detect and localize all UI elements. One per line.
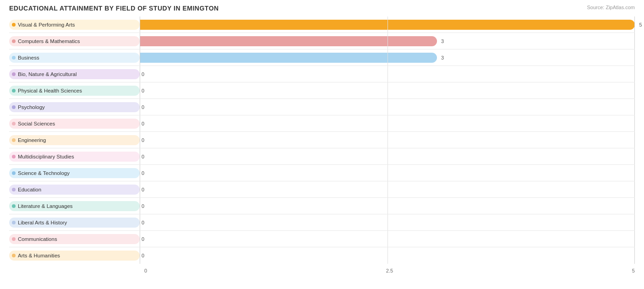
grid-line (140, 132, 140, 148)
bar-value: 0 (142, 104, 144, 110)
label-pill: Communications (9, 234, 140, 244)
grid-line (387, 214, 388, 230)
bar-value: 0 (142, 170, 144, 176)
grid-line (634, 198, 635, 214)
bar-label: Liberal Arts & History (18, 220, 67, 225)
source-text: Source: ZipAtlas.com (587, 5, 635, 10)
chart-row: Communications0 (9, 231, 635, 247)
bar-value: 3 (439, 55, 444, 60)
pill-dot (12, 39, 16, 43)
grid-line (140, 148, 140, 164)
chart-container: Visual & Performing Arts5Computers & Mat… (9, 16, 635, 273)
bar-wrapper: 3 (140, 49, 635, 65)
label-pill: Business (9, 53, 140, 63)
bar-label: Bio, Nature & Agricultural (18, 71, 76, 77)
bar-label: Psychology (18, 104, 45, 110)
bar-label: Computers & Mathematics (18, 38, 80, 44)
bar-label: Social Sciences (18, 121, 55, 126)
pill-dot (12, 237, 16, 241)
grid-line (140, 214, 140, 230)
label-pill: Multidisciplinary Studies (9, 152, 140, 162)
chart-title: EDUCATIONAL ATTAINMENT BY FIELD OF STUDY… (9, 5, 219, 12)
label-pill: Computers & Mathematics (9, 36, 140, 46)
label-pill: Visual & Performing Arts (9, 20, 140, 30)
grid-line (634, 214, 635, 230)
grid-line (140, 33, 140, 49)
label-pill: Liberal Arts & History (9, 218, 140, 228)
grid-line (387, 115, 388, 131)
grid-line (387, 165, 388, 181)
grid-line (634, 132, 635, 148)
grid-line (387, 82, 388, 98)
grid-line (140, 16, 140, 33)
grid-line (140, 198, 140, 214)
label-pill: Social Sciences (9, 119, 140, 129)
bar-label: Physical & Health Sciences (18, 88, 82, 93)
pill-dot (12, 155, 16, 158)
grid-line (387, 33, 388, 49)
x-axis: 02.55 (9, 266, 635, 273)
bar-label: Science & Technology (18, 170, 70, 176)
grid-line (387, 247, 388, 264)
bar-wrapper: 5 (140, 16, 635, 33)
chart-row: Computers & Mathematics3 (9, 33, 635, 49)
grid-line (140, 66, 140, 82)
label-pill: Bio, Nature & Agricultural (9, 69, 140, 79)
grid-line (140, 247, 140, 264)
grid-line (140, 165, 140, 181)
bar-wrapper: 0 (140, 132, 635, 148)
label-pill: Science & Technology (9, 168, 140, 178)
pill-dot (12, 105, 16, 109)
chart-row: Science & Technology0 (9, 165, 635, 181)
chart-row: Education0 (9, 181, 635, 198)
grid-line (634, 33, 635, 49)
grid-line (387, 16, 388, 33)
bar-wrapper: 3 (140, 33, 635, 49)
x-tick: 5 (632, 268, 635, 273)
grid-line (387, 198, 388, 214)
bar-label: Education (18, 187, 41, 192)
chart-row: Social Sciences0 (9, 115, 635, 132)
bar-value: 0 (142, 253, 144, 258)
pill-dot (12, 204, 16, 208)
grid-line (634, 247, 635, 264)
grid-line (387, 99, 388, 115)
label-pill: Physical & Health Sciences (9, 86, 140, 96)
grid-line (140, 181, 140, 197)
page-wrapper: EDUCATIONAL ATTAINMENT BY FIELD OF STUDY… (9, 5, 635, 273)
chart-area: Visual & Performing Arts5Computers & Mat… (9, 16, 635, 264)
chart-row: Multidisciplinary Studies0 (9, 148, 635, 165)
title-area: EDUCATIONAL ATTAINMENT BY FIELD OF STUDY… (9, 5, 635, 12)
grid-line (140, 49, 140, 65)
pill-dot (12, 72, 16, 76)
bar-value: 0 (142, 137, 144, 143)
grid-line (634, 16, 635, 33)
bar-value: 3 (439, 38, 444, 44)
pill-dot (12, 221, 16, 224)
label-pill: Education (9, 185, 140, 195)
grid-line (387, 66, 388, 82)
chart-row: Visual & Performing Arts5 (9, 16, 635, 33)
bar-wrapper: 0 (140, 165, 635, 181)
bar-wrapper: 0 (140, 181, 635, 197)
label-pill: Engineering (9, 135, 140, 145)
bar-label: Communications (18, 236, 57, 242)
pill-dot (12, 138, 16, 142)
bar-wrapper: 0 (140, 231, 635, 247)
bar-wrapper: 0 (140, 198, 635, 214)
grid-line (140, 82, 140, 98)
bar-value: 5 (637, 22, 642, 27)
grid-line (634, 49, 635, 65)
grid-line (634, 66, 635, 82)
bar-label: Visual & Performing Arts (18, 22, 75, 27)
chart-row: Business3 (9, 49, 635, 66)
grid-line (387, 132, 388, 148)
grid-line (387, 148, 388, 164)
grid-line (387, 181, 388, 197)
grid-line (140, 115, 140, 131)
chart-row: Liberal Arts & History0 (9, 214, 635, 231)
bar-value: 0 (142, 236, 144, 242)
grid-line (634, 181, 635, 197)
grid-line (634, 165, 635, 181)
grid-line (140, 99, 140, 115)
